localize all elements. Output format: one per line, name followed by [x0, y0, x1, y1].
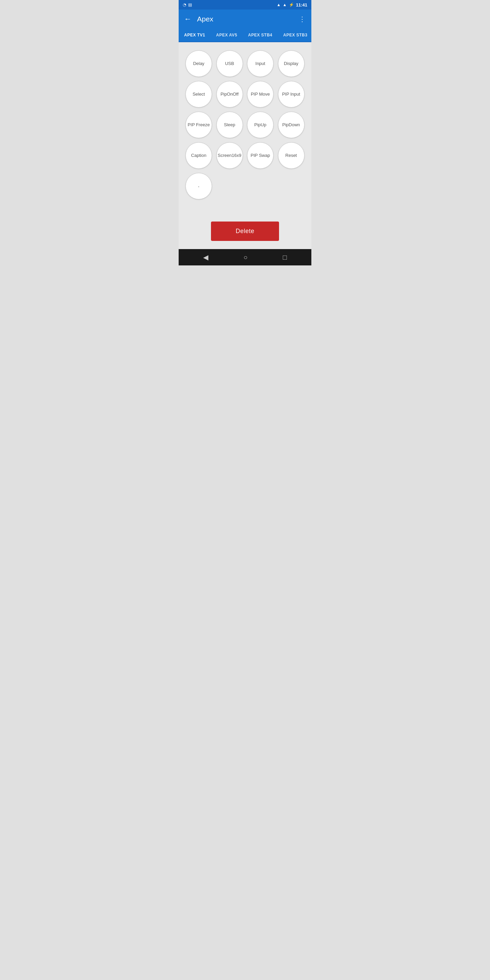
pip-swap-button[interactable]: PIP Swap [247, 142, 274, 169]
button-grid: Delay USB Input Display Select PipOnOff … [184, 48, 306, 202]
caption-button[interactable]: Caption [185, 142, 212, 169]
nav-bar: ◀ ○ □ [179, 249, 311, 266]
piponoff-button[interactable]: PipOnOff [216, 81, 243, 108]
app-bar: ← Apex ⋮ [179, 10, 311, 29]
status-bar-right: ▲ ▲ ⚡ 11:41 [277, 2, 307, 8]
dot-button[interactable]: · [185, 173, 212, 199]
spacer [184, 202, 306, 209]
reset-button[interactable]: Reset [278, 142, 305, 169]
main-content: Delay USB Input Display Select PipOnOff … [179, 42, 311, 215]
time-display: 11:41 [296, 2, 307, 8]
status-bar: ◔ ▤ ▲ ▲ ⚡ 11:41 [179, 0, 311, 10]
select-button[interactable]: Select [185, 81, 212, 108]
nav-back-button[interactable]: ◀ [203, 253, 208, 261]
tab-apex-stb3[interactable]: APEX STB3 [278, 29, 311, 41]
menu-button[interactable]: ⋮ [299, 15, 306, 23]
delete-button[interactable]: Delete [211, 221, 279, 241]
sleep-button[interactable]: Sleep [216, 111, 243, 138]
pip-freeze-button[interactable]: PIP Freeze [185, 111, 212, 138]
alarm-icon: ◔ [183, 2, 186, 7]
pip-input-button[interactable]: PIP Input [278, 81, 305, 108]
usb-button[interactable]: USB [216, 50, 243, 77]
nav-home-button[interactable]: ○ [243, 253, 247, 261]
delete-container: Delete [179, 215, 311, 249]
nav-recent-button[interactable]: □ [283, 253, 287, 261]
display-button[interactable]: Display [278, 50, 305, 77]
tab-apex-av5[interactable]: APEX AV5 [211, 29, 243, 41]
status-bar-left: ◔ ▤ [183, 2, 192, 7]
wifi-icon: ▲ [277, 2, 281, 7]
pip-down-button[interactable]: PipDown [278, 111, 305, 138]
tab-apex-tv1[interactable]: APEX TV1 [179, 29, 211, 42]
battery-icon: ⚡ [289, 2, 294, 7]
pip-up-button[interactable]: PipUp [247, 111, 274, 138]
tab-apex-stb4[interactable]: APEX STB4 [243, 29, 278, 41]
screen16x9-button[interactable]: Screen16x9 [216, 142, 243, 169]
tab-bar: APEX TV1 APEX AV5 APEX STB4 APEX STB3 AP [179, 29, 311, 42]
pip-move-button[interactable]: PIP Move [247, 81, 274, 108]
app-title: Apex [197, 15, 293, 23]
input-button[interactable]: Input [247, 50, 274, 77]
sim-icon: ▤ [188, 2, 192, 7]
delay-button[interactable]: Delay [185, 50, 212, 77]
signal-icon: ▲ [283, 2, 287, 7]
back-button[interactable]: ← [184, 14, 192, 24]
